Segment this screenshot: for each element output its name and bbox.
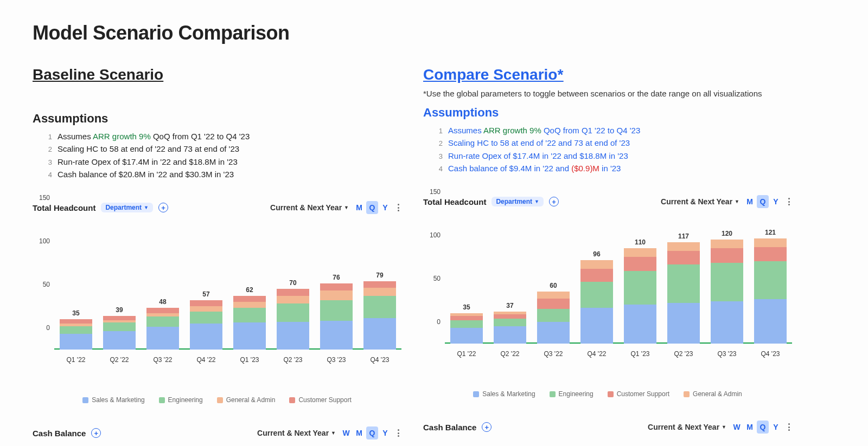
date-range-selector[interactable]: Current & Next Year▼: [661, 197, 739, 206]
x-tick: Q2 '22: [98, 356, 141, 364]
bar-q123[interactable]: 62: [228, 219, 271, 350]
page-title: Model Scenario Comparison: [33, 22, 792, 44]
baseline-column: Baseline Scenario Assumptions 1Assumes A…: [33, 66, 401, 445]
baseline-cash-chart: Cash Balance + Current & Next Year▼ W M …: [33, 426, 401, 439]
legend-swatch: [159, 397, 165, 403]
period-w[interactable]: W: [340, 426, 352, 439]
seg-eng: [277, 303, 309, 322]
add-button[interactable]: +: [482, 422, 492, 432]
bar-q422[interactable]: 57: [184, 219, 228, 350]
seg-ga: [190, 306, 222, 312]
legend-label: Engineering: [559, 390, 593, 398]
period-y[interactable]: Y: [379, 201, 391, 214]
legend-swatch: [289, 397, 295, 403]
seg-cs: [363, 281, 396, 288]
bar-q323[interactable]: 120: [705, 214, 749, 344]
y-tick: 0: [437, 318, 441, 326]
add-button[interactable]: +: [158, 203, 168, 212]
seg-eng: [624, 271, 656, 305]
seg-sales: [711, 301, 743, 344]
period-w[interactable]: W: [731, 421, 743, 434]
add-button[interactable]: +: [91, 428, 101, 438]
more-menu-icon[interactable]: [786, 196, 792, 208]
period-m[interactable]: M: [353, 426, 365, 439]
bar-q322[interactable]: 60: [532, 214, 575, 344]
chart-title: Total Headcount: [33, 203, 95, 212]
compare-headcount-chart: Total Headcount Department▼ + Current & …: [423, 195, 792, 398]
assumption-item: 4Cash balance of $20.8M in '22 and $30.3…: [41, 168, 401, 180]
bar-total-label: 48: [159, 298, 166, 306]
seg-cs: [580, 269, 613, 282]
period-q[interactable]: Q: [366, 426, 378, 439]
date-range-selector[interactable]: Current & Next Year▼: [648, 423, 726, 431]
legend-item-ga[interactable]: General & Admin: [217, 396, 276, 404]
period-toggle: W M Q Y: [731, 421, 782, 434]
bar-q122[interactable]: 35: [54, 219, 98, 350]
more-menu-icon[interactable]: [395, 202, 401, 214]
legend-swatch: [217, 397, 223, 403]
legend-label: Customer Support: [617, 390, 669, 398]
bar-q422[interactable]: 96: [575, 214, 618, 344]
legend-item-eng[interactable]: Engineering: [550, 390, 593, 398]
bar-q323[interactable]: 76: [315, 219, 358, 350]
add-button[interactable]: +: [549, 197, 559, 206]
x-tick: Q2 '22: [488, 350, 532, 358]
period-m[interactable]: M: [353, 201, 365, 214]
baseline-headcount-chart: Total Headcount Department▼ + Current & …: [33, 201, 401, 404]
legend-item-sales[interactable]: Sales & Marketing: [473, 390, 535, 398]
period-y[interactable]: Y: [770, 421, 782, 434]
seg-cs: [320, 283, 353, 290]
bar-total-label: 37: [506, 302, 513, 309]
bar-q123[interactable]: 110: [618, 214, 662, 344]
bar-q223[interactable]: 117: [662, 214, 705, 344]
seg-sales: [363, 318, 396, 350]
period-y[interactable]: Y: [379, 426, 391, 439]
caret-down-icon: ▼: [735, 199, 739, 204]
assumption-item: 3Run-rate Opex of $17.4M in '22 and $18.…: [41, 156, 401, 168]
period-q[interactable]: Q: [757, 421, 769, 434]
department-pill[interactable]: Department▼: [492, 197, 544, 206]
period-m[interactable]: M: [744, 195, 756, 208]
legend-item-sales[interactable]: Sales & Marketing: [82, 396, 144, 404]
seg-sales: [320, 321, 353, 350]
period-y[interactable]: Y: [770, 195, 782, 208]
bar-q223[interactable]: 70: [271, 219, 315, 350]
seg-cs: [103, 316, 136, 320]
y-tick: 0: [46, 324, 50, 332]
seg-ga: [580, 260, 613, 269]
bar-q322[interactable]: 48: [141, 219, 184, 350]
bar-q423[interactable]: 121: [749, 214, 792, 344]
assumption-item: 2Scaling HC to 58 at end of '22 and 73 a…: [432, 137, 792, 149]
legend-item-eng[interactable]: Engineering: [159, 396, 203, 404]
bar-q423[interactable]: 79: [358, 219, 401, 350]
department-pill[interactable]: Department▼: [101, 203, 153, 212]
legend-item-cs[interactable]: Customer Support: [289, 396, 351, 404]
seg-cs: [711, 248, 743, 263]
bar-total-label: 39: [116, 306, 123, 314]
bar-total-label: 35: [463, 303, 470, 311]
x-tick: Q3 '22: [532, 350, 575, 358]
date-range-selector[interactable]: Current & Next Year▼: [270, 203, 349, 212]
period-q[interactable]: Q: [757, 195, 769, 208]
seg-cs: [60, 319, 92, 324]
more-menu-icon[interactable]: [395, 427, 401, 439]
bar-total-label: 120: [722, 230, 732, 237]
compare-heading-link[interactable]: Compare Scenario*: [423, 66, 563, 83]
legend-item-cs[interactable]: Customer Support: [608, 390, 669, 398]
caret-down-icon: ▼: [722, 424, 726, 430]
period-q[interactable]: Q: [366, 201, 378, 214]
x-tick: Q4 '23: [749, 350, 792, 358]
period-m[interactable]: M: [744, 421, 756, 434]
legend-label: Sales & Marketing: [92, 396, 144, 404]
legend-label: General & Admin: [226, 396, 276, 404]
x-tick: Q4 '23: [358, 356, 401, 364]
chart-title: Cash Balance: [33, 429, 86, 438]
more-menu-icon[interactable]: [786, 421, 792, 433]
x-tick: Q1 '22: [445, 350, 488, 358]
legend-item-ga[interactable]: General & Admin: [684, 390, 742, 398]
bar-q222[interactable]: 39: [98, 219, 141, 350]
bar-total-label: 79: [376, 272, 383, 279]
bar-q222[interactable]: 37: [488, 214, 532, 344]
date-range-selector[interactable]: Current & Next Year▼: [257, 429, 336, 437]
bar-q122[interactable]: 35: [445, 214, 488, 344]
